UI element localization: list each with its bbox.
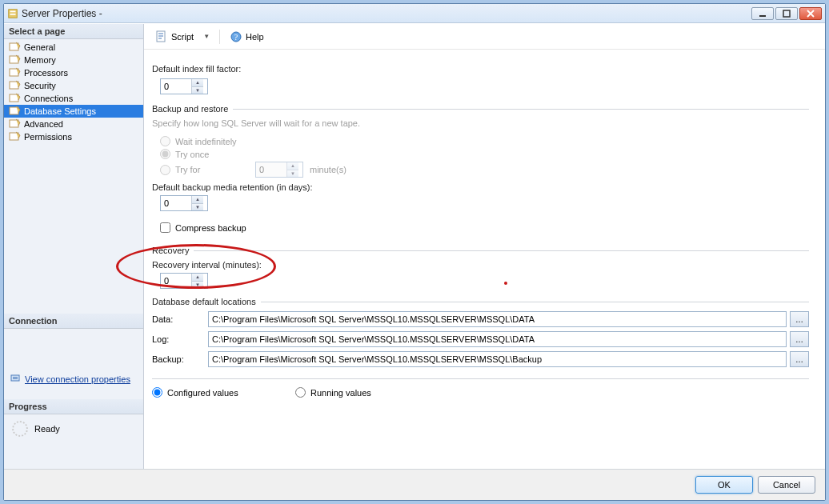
view-connection-properties-link[interactable]: View connection properties bbox=[25, 374, 130, 384]
sidebar-item-memory[interactable]: Memory bbox=[4, 54, 143, 66]
backup-restore-group: Backup and restore bbox=[152, 104, 809, 114]
page-icon bbox=[9, 80, 22, 91]
svg-rect-4 bbox=[783, 10, 790, 17]
ok-button[interactable]: OK bbox=[695, 476, 753, 494]
sidebar-item-database-settings[interactable]: Database Settings bbox=[4, 105, 143, 118]
sidebar-item-label: Processors bbox=[24, 68, 68, 78]
sidebar-item-label: Advanced bbox=[24, 119, 63, 129]
try-for-radio bbox=[160, 165, 170, 175]
form-area: Default index fill factor: ▲▼ Backup and… bbox=[144, 50, 825, 469]
fill-factor-input[interactable] bbox=[161, 79, 191, 94]
connection-link-icon bbox=[10, 374, 22, 385]
script-dropdown-arrow[interactable]: ▼ bbox=[200, 33, 213, 40]
sidebar-item-label: Memory bbox=[24, 55, 56, 65]
sidebar-item-advanced[interactable]: Advanced bbox=[4, 118, 143, 130]
try-once-label: Try once bbox=[175, 150, 209, 159]
page-icon bbox=[9, 106, 22, 117]
log-path-input[interactable] bbox=[208, 331, 787, 347]
spin-up-icon[interactable]: ▲ bbox=[192, 79, 203, 87]
sidebar-item-label: Database Settings bbox=[24, 106, 96, 116]
backup-path-input[interactable] bbox=[208, 351, 787, 367]
configured-values-label: Configured values bbox=[167, 388, 295, 398]
recovery-group: Recovery bbox=[152, 246, 809, 255]
spin-down-icon[interactable]: ▼ bbox=[192, 204, 203, 211]
sidebar-item-label: Connections bbox=[24, 94, 73, 103]
server-icon bbox=[7, 8, 18, 19]
minimize-button[interactable] bbox=[751, 7, 774, 20]
main-panel: Script ▼ ? Help Default index fill facto… bbox=[144, 24, 825, 469]
progress-status: Ready bbox=[34, 424, 60, 434]
sidebar-item-general[interactable]: General bbox=[4, 41, 143, 54]
try-once-radio bbox=[160, 149, 170, 159]
svg-rect-15 bbox=[13, 378, 18, 379]
svg-rect-2 bbox=[10, 14, 16, 15]
wait-indefinitely-label: Wait indefinitely bbox=[175, 137, 237, 146]
spin-up-icon[interactable]: ▲ bbox=[192, 196, 203, 204]
spin-up-icon: ▲ bbox=[287, 162, 298, 170]
page-icon bbox=[9, 54, 22, 66]
retention-input[interactable] bbox=[161, 196, 191, 210]
help-button[interactable]: ? Help bbox=[226, 29, 267, 45]
spin-down-icon[interactable]: ▼ bbox=[192, 87, 203, 94]
svg-rect-14 bbox=[13, 377, 18, 378]
maximize-button[interactable] bbox=[775, 7, 798, 20]
recovery-interval-spinner[interactable]: ▲▼ bbox=[160, 273, 208, 289]
cancel-button[interactable]: Cancel bbox=[758, 476, 815, 494]
backup-label: Backup: bbox=[152, 354, 208, 364]
db-locations-group: Database default locations bbox=[152, 297, 809, 306]
fill-factor-spinner[interactable]: ▲▼ bbox=[160, 78, 208, 94]
sidebar-item-permissions[interactable]: Permissions bbox=[4, 130, 143, 143]
sidebar-item-connections[interactable]: Connections bbox=[4, 92, 143, 105]
backup-browse-button[interactable]: … bbox=[790, 351, 809, 367]
window: Server Properties - Select a page Genera… bbox=[3, 3, 826, 501]
running-values-radio[interactable] bbox=[295, 387, 306, 398]
page-icon bbox=[9, 118, 22, 130]
retention-spinner[interactable]: ▲▼ bbox=[160, 195, 208, 211]
titlebar: Server Properties - bbox=[4, 4, 825, 23]
compress-backup-checkbox[interactable] bbox=[160, 222, 170, 233]
window-controls bbox=[751, 7, 822, 20]
svg-rect-3 bbox=[759, 15, 766, 17]
data-path-input[interactable] bbox=[208, 311, 787, 327]
data-browse-button[interactable]: … bbox=[790, 311, 809, 327]
svg-rect-13 bbox=[11, 375, 19, 381]
script-label: Script bbox=[171, 32, 194, 42]
try-for-label: Try for bbox=[175, 165, 255, 174]
progress-header: Progress bbox=[4, 399, 143, 414]
toolbar: Script ▼ ? Help bbox=[144, 24, 825, 50]
svg-text:?: ? bbox=[234, 33, 238, 42]
log-browse-button[interactable]: … bbox=[790, 331, 809, 347]
sidebar-item-label: Permissions bbox=[24, 132, 72, 142]
close-button[interactable] bbox=[799, 7, 822, 20]
compress-backup-label: Compress backup bbox=[175, 223, 246, 233]
recovery-interval-input[interactable] bbox=[161, 274, 191, 288]
script-button[interactable]: Script bbox=[152, 29, 197, 45]
connection-header: Connection bbox=[4, 314, 143, 329]
spin-up-icon[interactable]: ▲ bbox=[192, 274, 203, 282]
help-icon: ? bbox=[230, 30, 242, 43]
tape-hint: Specify how long SQL Server will wait fo… bbox=[152, 118, 809, 128]
try-for-unit: minute(s) bbox=[310, 165, 346, 174]
configured-values-radio[interactable] bbox=[152, 387, 162, 398]
data-label: Data: bbox=[152, 314, 208, 324]
sidebar-item-security[interactable]: Security bbox=[4, 79, 143, 92]
wait-indefinitely-radio bbox=[160, 136, 170, 146]
spin-down-icon: ▼ bbox=[287, 170, 298, 178]
try-for-spinner: ▲▼ bbox=[255, 162, 303, 178]
select-page-header: Select a page bbox=[4, 24, 143, 39]
dialog-footer: OK Cancel bbox=[4, 469, 825, 500]
retention-label: Default backup media retention (in days)… bbox=[152, 182, 809, 192]
annotation-dot bbox=[504, 282, 507, 285]
sidebar-item-processors[interactable]: Processors bbox=[4, 66, 143, 79]
log-label: Log: bbox=[152, 334, 208, 344]
content-area: Select a page General Memory Processors … bbox=[4, 23, 825, 469]
recovery-interval-label: Recovery interval (minutes): bbox=[152, 260, 809, 270]
toolbar-separator bbox=[219, 30, 220, 44]
sidebar-item-label: General bbox=[24, 42, 55, 52]
page-list: General Memory Processors Security Conne… bbox=[4, 39, 143, 145]
page-icon bbox=[9, 131, 22, 142]
sidebar: Select a page General Memory Processors … bbox=[4, 24, 144, 469]
spin-down-icon[interactable]: ▼ bbox=[192, 282, 203, 289]
script-icon bbox=[155, 30, 168, 43]
progress-spinner-icon bbox=[12, 421, 28, 437]
